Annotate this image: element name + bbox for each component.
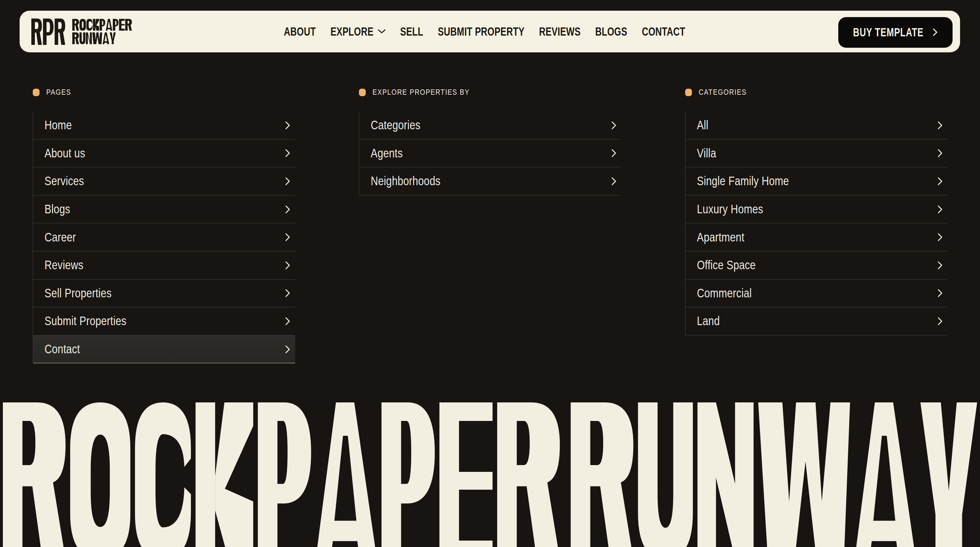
list-item[interactable]: Neighborhoods (359, 167, 621, 196)
row-label: Blogs (45, 202, 285, 216)
row-label: All (697, 118, 938, 132)
nav-link[interactable]: ABOUT (284, 26, 316, 37)
row-label: Land (697, 314, 938, 328)
row-label: Reviews (45, 258, 285, 272)
column-header: EXPLORE PROPERTIES BY (359, 87, 621, 97)
nav-link-label: REVIEWS (539, 25, 581, 38)
list-item[interactable]: About us (33, 140, 295, 168)
list-item[interactable]: Sell Properties (33, 280, 295, 308)
nav-link-label: SUBMIT PROPERTY (438, 25, 524, 38)
logo-wordlines (72, 19, 133, 45)
chevron-right-icon (938, 289, 943, 297)
chevron-right-icon (285, 289, 290, 297)
nav-link[interactable]: REVIEWS (539, 26, 581, 37)
row-label: Sell Properties (45, 286, 285, 300)
nav-link-label: ABOUT (284, 25, 316, 38)
chevron-right-icon (938, 149, 943, 157)
list-item[interactable]: Office Space (686, 251, 948, 280)
cta-label: BUY TEMPLATE (853, 25, 924, 39)
row-label: Villa (697, 146, 938, 160)
list-item[interactable]: Land (686, 307, 948, 336)
list-item[interactable]: Luxury Homes (686, 196, 948, 224)
row-label: Single Family Home (697, 174, 938, 188)
logo[interactable] (31, 19, 133, 45)
row-label: Services (45, 174, 285, 188)
row-label: Home (45, 118, 285, 132)
row-label: Categories (371, 118, 611, 132)
nav-link-label: BLOGS (595, 25, 627, 38)
chevron-right-icon (285, 177, 290, 186)
chevron-right-icon (933, 28, 938, 36)
row-label: Apartment (697, 230, 938, 244)
column-title: EXPLORE PROPERTIES BY (372, 87, 470, 97)
nav-link-label: SELL (400, 25, 423, 38)
chevron-right-icon (611, 121, 616, 130)
chevron-right-icon (285, 205, 290, 214)
column-pages: PAGES Home About us Services (33, 87, 295, 97)
nav-link[interactable]: SUBMIT PROPERTY (438, 26, 524, 37)
pages-list: Home About us Services Blogs (33, 111, 295, 363)
list-item[interactable]: All (686, 111, 948, 140)
buy-template-button[interactable]: BUY TEMPLATE (838, 17, 953, 48)
chevron-right-icon (285, 261, 290, 270)
list-item[interactable]: Reviews (33, 251, 295, 280)
row-label: Commercial (697, 286, 938, 300)
footer-wordmark (0, 402, 980, 547)
nav-link[interactable]: EXPLORE (331, 26, 386, 37)
column-header: PAGES (33, 87, 295, 97)
chevron-right-icon (938, 261, 943, 270)
nav-link-label: EXPLORE (331, 25, 374, 38)
chevron-right-icon (285, 121, 290, 130)
row-label: Office Space (697, 258, 938, 272)
row-label: Contact (45, 342, 285, 356)
column-title: PAGES (46, 87, 71, 97)
logo-monogram (31, 19, 66, 46)
bullet-icon (33, 89, 40, 96)
chevron-right-icon (285, 233, 290, 242)
row-label: Agents (371, 146, 611, 160)
chevron-down-icon (378, 29, 386, 35)
nav-link-label: CONTACT (642, 25, 685, 38)
nav-link[interactable]: BLOGS (595, 26, 627, 37)
row-label: Neighborhoods (371, 174, 611, 188)
chevron-right-icon (938, 317, 943, 326)
column-categories: CATEGORIES All Villa Single Family Home (685, 87, 948, 97)
chevron-right-icon (611, 149, 616, 157)
bullet-icon (685, 89, 692, 96)
column-header: CATEGORIES (685, 87, 948, 97)
nav-links: ABOUT EXPLORE SELL (284, 11, 685, 52)
chevron-right-icon (938, 177, 943, 186)
bullet-icon (359, 89, 366, 96)
list-item[interactable]: Contact (33, 336, 295, 364)
nav-link[interactable]: SELL (400, 26, 423, 37)
list-item[interactable]: Agents (359, 140, 621, 168)
row-label: Submit Properties (45, 314, 285, 328)
list-item[interactable]: Single Family Home (686, 167, 948, 196)
chevron-right-icon (938, 205, 943, 214)
list-item[interactable]: Home (33, 111, 295, 140)
column-explore-properties-by: EXPLORE PROPERTIES BY Categories Agents … (359, 87, 621, 97)
list-item[interactable]: Blogs (33, 196, 295, 224)
categories-list: All Villa Single Family Home Luxury Ho (685, 111, 948, 336)
chevron-right-icon (938, 121, 943, 130)
navbar: ABOUT EXPLORE SELL (19, 11, 960, 52)
column-title: CATEGORIES (699, 87, 747, 97)
nav-link[interactable]: CONTACT (642, 26, 685, 37)
row-label: About us (45, 146, 285, 160)
chevron-right-icon (285, 345, 290, 354)
list-item[interactable]: Villa (686, 140, 948, 168)
chevron-right-icon (938, 233, 943, 242)
chevron-right-icon (611, 177, 616, 186)
row-label: Career (45, 230, 285, 244)
list-item[interactable]: Career (33, 223, 295, 251)
list-item[interactable]: Submit Properties (33, 307, 295, 336)
chevron-right-icon (285, 317, 290, 326)
row-label: Luxury Homes (697, 202, 938, 216)
explore-list: Categories Agents Neighborhoods (359, 111, 621, 196)
chevron-right-icon (285, 149, 290, 157)
list-item[interactable]: Commercial (686, 280, 948, 308)
list-item[interactable]: Apartment (686, 223, 948, 251)
list-item[interactable]: Categories (359, 111, 621, 140)
list-item[interactable]: Services (33, 167, 295, 196)
